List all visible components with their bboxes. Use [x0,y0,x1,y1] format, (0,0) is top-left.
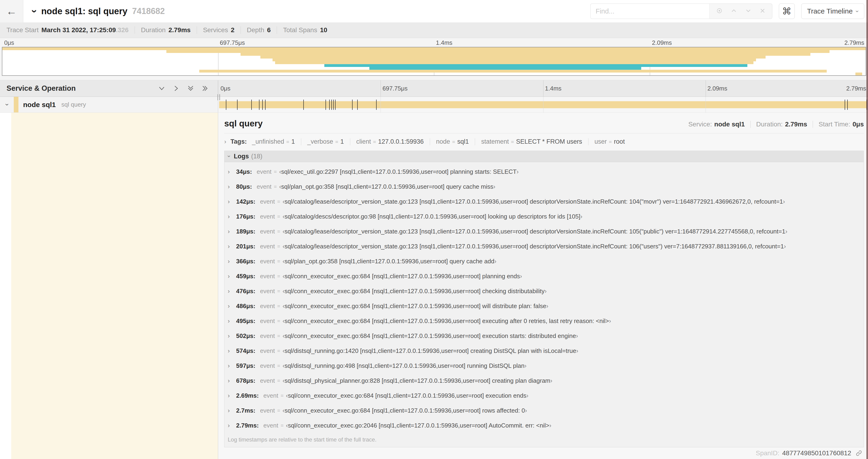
logs-count: (18) [251,153,262,160]
log-row[interactable]: ›189μs:event=‹sql/catalog/lease/descript… [228,224,864,239]
logs-accordion: › Logs (18) ›34μs:event=‹sql/exec_util.g… [224,151,864,447]
expand-all-icon[interactable] [201,85,209,92]
timeline-header-row: Service & Operation 0μs697.75μs1.4ms2.09… [0,80,868,97]
locate-icon[interactable] [716,7,723,15]
log-field-value: ‹sql/conn_executor_exec.go:684 [nsql1,cl… [283,332,578,339]
collapse-all-icon[interactable] [187,85,195,92]
equals-sign: = [609,139,612,145]
collapse-one-icon[interactable] [158,85,166,92]
column-resize-handle[interactable] [217,94,220,100]
tag-item[interactable]: statement=SELECT * FROM users [481,138,582,145]
trace-collapse-chevron-icon[interactable]: › [30,9,40,13]
span-name-cell[interactable]: › node sql1 sql query [0,97,218,112]
span-row: › node sql1 sql query [0,97,868,113]
tag-item[interactable]: _verbose=1 [307,138,344,145]
log-text: sql/plan_opt.go:358 [nsql1,client=127.0.… [285,258,494,265]
tag-item[interactable]: user=root [594,138,625,145]
log-field-value: ‹sql/catalog/lease/descriptor_version_st… [283,243,786,250]
tag-key: statement [481,138,509,145]
minimap-canvas[interactable] [2,47,866,76]
log-row[interactable]: ›2.69ms:event=‹sql/conn_executor_exec.go… [228,388,864,403]
log-row[interactable]: ›80μs:event=‹sql/plan_opt.go:358 [nsql1,… [228,179,864,194]
log-row[interactable]: ›678μs:event=‹sql/distsql_physical_plann… [228,373,864,388]
log-timestamp: 80μs: [236,183,252,190]
expand-one-icon[interactable] [172,85,180,92]
time-axis-label: 2.79ms [844,39,864,46]
log-field-key: event [260,302,275,310]
log-marker-tick [845,100,845,110]
log-field-value: ‹sql/catalog/lease/descriptor_version_st… [283,198,785,205]
prev-result-icon[interactable] [730,7,738,15]
open-quote-icon: ‹ [283,258,285,265]
next-result-icon[interactable] [745,7,752,15]
close-quote-icon: › [525,362,527,369]
log-row[interactable]: ›34μs:event=‹sql/exec_util.go:2297 [nsql… [228,164,864,179]
log-row[interactable]: ›201μs:event=‹sql/catalog/lease/descript… [228,239,864,254]
tag-key: _verbose [307,138,333,145]
log-field-key: event [260,362,275,369]
chevron-right-icon: › [228,198,236,205]
span-id-footer: SpanID: 4877749850101760812 [224,447,864,459]
equals-sign: = [277,199,280,205]
log-row[interactable]: ›597μs:event=‹sql/distsql_running.go:498… [228,358,864,373]
tag-value: 127.0.0.1:59936 [378,138,424,145]
trace-meta-item: Services2 [203,26,235,34]
log-field-key: event [260,198,275,205]
open-quote-icon: ‹ [283,273,285,280]
log-field-key: event [260,228,275,235]
log-row[interactable]: ›366μs:event=‹sql/plan_opt.go:358 [nsql1… [228,254,864,269]
meta-value: 2 [231,26,235,34]
tag-item[interactable]: node=sql1 [436,138,469,145]
log-row[interactable]: ›502μs:event=‹sql/conn_executor_exec.go:… [228,329,864,343]
span-collapse-chevron-icon[interactable]: › [3,104,11,106]
tag-key: _unfinished [252,138,284,145]
open-quote-icon: ‹ [283,377,285,384]
tag-item[interactable]: _unfinished=1 [252,138,295,145]
equals-sign: = [280,393,283,399]
log-row[interactable]: ›486μs:event=‹sql/conn_executor_exec.go:… [228,299,864,314]
log-row[interactable]: ›176μs:event=‹sql/catalog/descs/descript… [228,209,864,224]
tag-value: 1 [291,138,295,145]
log-field-value: ‹sql/conn_executor_exec.go:684 [nsql1,cl… [283,407,527,414]
stat-separator [750,121,751,128]
log-row[interactable]: ›495μs:event=‹sql/conn_executor_exec.go:… [228,314,864,329]
open-quote-icon: ‹ [283,243,285,250]
log-row[interactable]: ›574μs:event=‹sql/distsql_running.go:142… [228,343,864,358]
logs-header[interactable]: › Logs (18) [224,151,864,162]
log-field-key: event [257,168,272,175]
chevron-right-icon: › [228,332,236,339]
log-timestamp: 142μs: [236,198,255,205]
log-timestamp: 459μs: [236,273,255,280]
tag-value: sql1 [457,138,469,145]
tag-item[interactable]: client=127.0.0.1:59936 [356,138,424,145]
tag-key: node [436,138,450,145]
meta-label: Total Spans [283,26,317,34]
keyboard-shortcuts-button[interactable]: ⌘ [779,3,795,19]
span-operation-name: sql query [61,101,86,108]
log-field-key: event [260,377,275,384]
minimap-spacer [0,76,868,80]
equals-sign: = [277,333,280,339]
equals-sign: = [277,258,280,264]
vertical-scrollbar[interactable] [866,0,868,459]
tags-accordion[interactable]: › Tags: _unfinished=1_verbose=1client=12… [224,138,864,145]
log-row[interactable]: ›2.7ms:event=‹sql/conn_executor_exec.go:… [228,403,864,418]
log-marker-tick [352,100,352,110]
span-row-timeline[interactable] [218,97,868,112]
log-row[interactable]: ›142μs:event=‹sql/catalog/lease/descript… [228,194,864,209]
trace-view-selector[interactable]: Trace Timeline › [801,3,864,19]
timeline-ruler: 0μs697.75μs1.4ms2.09ms2.79ms [218,80,868,97]
log-row[interactable]: ›459μs:event=‹sql/conn_executor_exec.go:… [228,269,864,284]
span-detail-section: sql query Service: node sql1 Duration: 2… [0,113,868,459]
find-input[interactable] [590,3,709,19]
back-button[interactable]: ← [0,0,23,22]
close-quote-icon: › [526,392,528,399]
log-row[interactable]: ›476μs:event=‹sql/conn_executor_exec.go:… [228,284,864,299]
span-detail-stats: Service: node sql1 Duration: 2.79ms Star… [688,121,864,128]
minimap-axis: 0μs697.75μs1.4ms2.09ms2.79ms [2,39,866,47]
log-row[interactable]: ›2.79ms:event=‹sql/conn_executor_exec.go… [228,418,864,433]
deep-link-icon[interactable] [856,450,862,457]
tags-list: _unfinished=1_verbose=1client=127.0.0.1:… [252,138,625,145]
clear-search-icon[interactable] [759,7,766,15]
trace-meta-bar: Trace StartMarch 31 2022, 17:25:09.326Du… [0,22,868,38]
